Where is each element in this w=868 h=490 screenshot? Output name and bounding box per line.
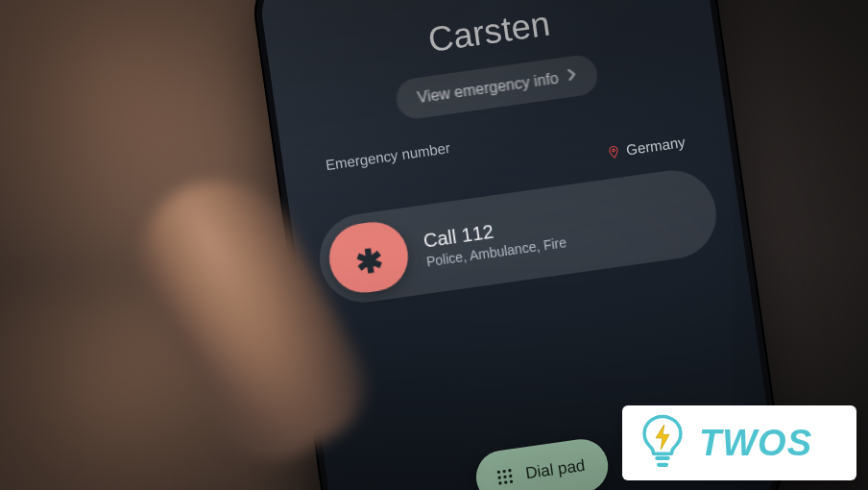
hand-background-2 — [0, 279, 346, 490]
svg-point-9 — [504, 480, 508, 484]
svg-point-10 — [509, 479, 513, 483]
view-emergency-info-label: View emergency info — [417, 70, 560, 107]
call-emergency-button[interactable]: ✱ Call 112 Police, Ambulance, Fire — [314, 165, 722, 308]
scene: Carsten View emergency info Emergency nu… — [0, 0, 868, 490]
dialpad-icon — [494, 466, 516, 488]
dialpad-label: Dial pad — [524, 456, 587, 483]
emergency-number-label: Emergency number — [325, 139, 451, 173]
svg-rect-11 — [655, 456, 670, 460]
svg-point-2 — [496, 471, 500, 475]
view-emergency-info-button[interactable]: View emergency info — [394, 53, 600, 121]
svg-point-8 — [498, 481, 502, 485]
location-pin-icon — [606, 143, 621, 160]
svg-point-6 — [503, 476, 507, 479]
svg-point-7 — [509, 475, 513, 478]
chevron-right-icon — [567, 67, 577, 86]
call-icon-wrap: ✱ — [325, 218, 412, 298]
svg-point-1 — [613, 148, 615, 151]
svg-point-5 — [497, 476, 501, 479]
dialpad-button[interactable]: Dial pad — [472, 436, 612, 490]
lightbulb-bolt-icon — [636, 413, 689, 473]
brand-badge: TWOS — [622, 405, 856, 480]
avatar-circle — [435, 0, 529, 5]
location-text: Germany — [625, 134, 686, 158]
svg-point-3 — [502, 470, 506, 474]
asterisk-icon: ✱ — [353, 243, 384, 280]
contact-avatar — [435, 0, 529, 5]
svg-rect-12 — [657, 463, 668, 467]
location-row: Germany — [606, 134, 686, 160]
svg-point-4 — [508, 469, 512, 473]
call-text: Call 112 Police, Ambulance, Fire — [422, 210, 567, 269]
brand-text: TWOS — [699, 423, 812, 464]
